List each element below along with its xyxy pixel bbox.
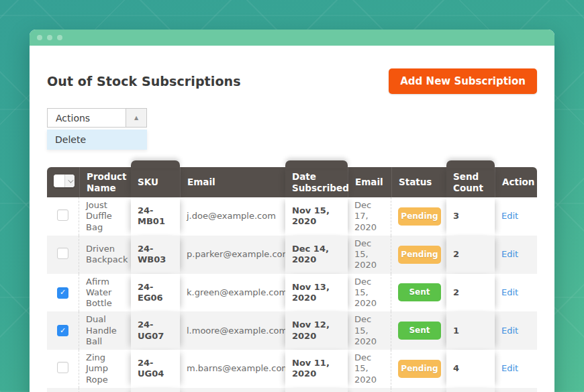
column-header-email-2[interactable]: Email	[348, 167, 391, 197]
actions-select[interactable]: Actions ▲	[47, 108, 147, 128]
checkbox-cell: ✓	[47, 274, 79, 312]
action-cell: Edit	[495, 236, 537, 274]
select-all-checkbox[interactable]	[54, 175, 64, 187]
caret-up-icon[interactable]: ▲	[126, 109, 146, 127]
column-header-product-name[interactable]: Product Name	[79, 167, 131, 197]
email-2-cell: Dec 15, 2020	[348, 311, 391, 350]
date-subscribed-cell: Nov 11, 2020	[285, 350, 348, 388]
action-cell: Edit	[495, 311, 537, 350]
status-badge: Sent	[398, 322, 441, 340]
row-checkbox[interactable]	[57, 248, 68, 259]
email-2-cell: Dec 15, 2020	[348, 274, 391, 312]
table-row: Joust Duffle Bag 24-MB01 j.doe@example.c…	[47, 197, 537, 236]
menu-item-delete[interactable]: Delete	[47, 130, 147, 150]
column-header-email[interactable]: Email	[180, 167, 285, 197]
status-badge: Pending	[398, 360, 441, 378]
edit-link[interactable]: Edit	[501, 211, 518, 221]
date-subscribed-cell: Nov 15, 2020	[285, 197, 348, 236]
window-dot[interactable]	[47, 35, 52, 40]
actions-select-label: Actions	[48, 109, 126, 127]
page-header: Out of Stock Subscriptions Add New Subsc…	[47, 68, 537, 94]
product-name-cell: Zing Jump Rope	[79, 350, 131, 388]
status-cell: Sent	[391, 388, 446, 392]
email-cell: c.woods@example.com	[180, 388, 285, 392]
checkbox-cell	[47, 236, 79, 274]
status-badge: Pending	[398, 246, 441, 264]
email-cell: l.moore@example.com	[180, 311, 285, 350]
send-count-cell: 1	[446, 311, 495, 350]
sku-cell: 24-WB03	[131, 236, 180, 274]
table-row: Zing Jump Rope 24-UG04 m.barns@example.c…	[47, 350, 537, 388]
action-cell: Edit	[495, 388, 537, 392]
subscriptions-table: Product Name SKU Email Date Subscribed E…	[47, 167, 537, 392]
row-checkbox[interactable]	[57, 362, 68, 373]
column-header-status[interactable]: Status	[391, 167, 446, 197]
select-all-control[interactable]	[54, 175, 75, 187]
add-new-subscription-button[interactable]: Add New Subscription	[389, 68, 537, 94]
column-header-send-count[interactable]: Send Count	[446, 167, 495, 197]
action-cell: Edit	[495, 274, 537, 312]
page-title: Out of Stock Subscriptions	[47, 74, 241, 89]
column-header-select	[47, 167, 79, 197]
edit-link[interactable]: Edit	[501, 287, 518, 297]
sku-cell: 24-MB01	[131, 197, 180, 236]
sku-cell: 24-EG06	[131, 274, 180, 312]
action-cell: Edit	[495, 350, 537, 388]
action-cell: Edit	[495, 197, 537, 236]
product-name-cell: Joust Duffle Bag	[79, 197, 131, 236]
table-row: ✓ Overnight Duffle 24-WB07 c.woods@examp…	[47, 388, 537, 392]
checkbox-cell: ✓	[47, 388, 79, 392]
table-header-row: Product Name SKU Email Date Subscribed E…	[47, 167, 537, 197]
sku-cell: 24-UG04	[131, 350, 180, 388]
checkbox-cell	[47, 197, 79, 236]
email-cell: j.doe@example.com	[180, 197, 285, 236]
checkbox-cell: ✓	[47, 311, 79, 350]
window-dot[interactable]	[37, 35, 42, 40]
product-name-cell: Afirm Water Bottle	[79, 274, 131, 312]
checkbox-cell	[47, 350, 79, 388]
sku-cell: 24-UG07	[131, 311, 180, 350]
email-cell: k.green@example.com	[180, 274, 285, 312]
status-cell: Sent	[391, 274, 446, 312]
status-cell: Sent	[391, 311, 446, 350]
status-badge: Pending	[398, 207, 441, 226]
email-cell: m.barns@example.com	[180, 350, 285, 388]
edit-link[interactable]: Edit	[501, 363, 518, 373]
window-dot[interactable]	[57, 35, 62, 40]
table-row: ✓ Afirm Water Bottle 24-EG06 k.green@exa…	[47, 274, 537, 312]
status-badge: Sent	[398, 283, 441, 301]
date-subscribed-cell: Dec 14, 2020	[285, 236, 348, 274]
chevron-down-icon[interactable]	[64, 175, 75, 187]
email-2-cell: Dec 15, 2020	[348, 350, 391, 388]
status-cell: Pending	[391, 350, 446, 388]
send-count-cell: 2	[446, 274, 495, 312]
send-count-cell: 4	[446, 350, 495, 388]
column-header-action[interactable]: Action	[495, 167, 537, 197]
row-checkbox[interactable]: ✓	[57, 287, 68, 299]
edit-link[interactable]: Edit	[501, 249, 518, 259]
row-checkbox[interactable]: ✓	[57, 325, 68, 336]
product-name-cell: Dual Handle Ball	[79, 311, 131, 350]
actions-menu: Delete	[47, 130, 147, 150]
column-header-date-subscribed[interactable]: Date Subscribed	[285, 167, 348, 197]
table-row: ✓ Dual Handle Ball 24-UG07 l.moore@examp…	[47, 311, 537, 350]
email-2-cell: Dec 15, 2020	[348, 388, 391, 392]
date-subscribed-cell: Nov 13, 2020	[285, 274, 348, 312]
send-count-cell: 2	[446, 388, 495, 392]
window-titlebar	[30, 30, 554, 46]
table-row: Driven Backpack 24-WB03 p.parker@example…	[47, 236, 537, 274]
send-count-cell: 2	[446, 236, 495, 274]
page-content: Out of Stock Subscriptions Add New Subsc…	[30, 46, 554, 392]
email-cell: p.parker@example.com	[180, 236, 285, 274]
row-checkbox[interactable]	[57, 209, 68, 221]
actions-dropdown: Actions ▲ Delete	[47, 108, 147, 150]
edit-link[interactable]: Edit	[501, 326, 518, 336]
table-body: Joust Duffle Bag 24-MB01 j.doe@example.c…	[47, 197, 537, 392]
product-name-cell: Driven Backpack	[79, 236, 131, 274]
date-subscribed-cell: Nov 12, 2020	[285, 311, 348, 350]
email-2-cell: Dec 15, 2020	[348, 236, 391, 274]
sku-cell: 24-WB07	[131, 388, 180, 392]
status-cell: Pending	[391, 236, 446, 274]
send-count-cell: 3	[446, 197, 495, 236]
column-header-sku[interactable]: SKU	[131, 167, 180, 197]
